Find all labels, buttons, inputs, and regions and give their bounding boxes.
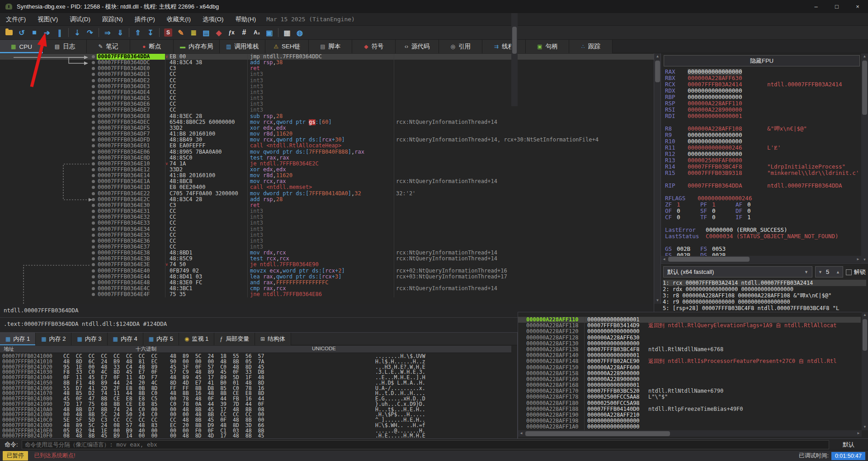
- breakpoint-dot[interactable]: [92, 192, 95, 195]
- disasm-row[interactable]: 00007FFFB0364DE848:83EC 28sub rsp,28: [0, 113, 654, 119]
- stack-panel[interactable]: 000000A228AFF1100000000000000001000000A2…: [518, 312, 868, 438]
- disasm-row[interactable]: 00007FFFB0364E1A48:8BC8mov rcx,raxrcx:Nt…: [0, 179, 654, 184]
- breakpoint-dot[interactable]: [92, 79, 95, 82]
- scrollbar-thumb[interactable]: [668, 257, 750, 262]
- disasm-row[interactable]: 00007FFFB0364E33CCint3: [0, 220, 654, 226]
- label-icon[interactable]: #: [238, 27, 250, 38]
- memory-dump-panel[interactable]: ▦内存 1▦内存 2▦内存 3▦内存 4▦内存 5◉监视 1ƒ局部变量⊞结构体 …: [0, 332, 518, 438]
- menu-item-D[interactable]: 调试(D): [64, 13, 96, 26]
- tab-call-stack[interactable]: ▥调用堆栈: [220, 40, 265, 53]
- disasm-row[interactable]: 00007FFFB0364E0D48:85C0test rax,rax: [0, 155, 654, 161]
- scroll-left-icon[interactable]: ◄: [518, 430, 524, 437]
- register-row[interactable]: R110000000000000246L'Ɇ': [665, 145, 864, 151]
- breakpoint-dot[interactable]: [92, 186, 95, 189]
- stack-row[interactable]: 000000A228AFF158000000A228900000: [518, 371, 861, 376]
- breakpoint-dot[interactable]: [92, 67, 95, 70]
- stack-row[interactable]: 000000A228AFF1300000000000000000: [518, 341, 861, 347]
- breakpoint-dot[interactable]: [92, 240, 95, 243]
- breakpoint-dot[interactable]: [92, 287, 95, 290]
- breakpoint-dot[interactable]: [92, 168, 95, 171]
- stack-scrollbar[interactable]: ▲ ▼: [862, 312, 868, 430]
- register-row[interactable]: OF0SF0DF0: [665, 208, 864, 214]
- disasm-row[interactable]: 00007FFFB0364E1233D2xor edx,edx: [0, 167, 654, 173]
- menu-item-N[interactable]: 跟踪(N): [96, 13, 129, 26]
- register-row[interactable]: ZF1PF1AF0: [665, 202, 864, 208]
- breakpoint-dot[interactable]: [92, 204, 95, 207]
- stop-icon[interactable]: ■: [28, 27, 40, 38]
- dump-tab-locals[interactable]: ƒ局部变量: [214, 333, 255, 345]
- menu-item-V[interactable]: 视图(V): [32, 13, 64, 26]
- stack-row[interactable]: 000000A228AFF178000002500FCC5AA8L"\"$": [518, 394, 861, 400]
- disasm-row[interactable]: 00007FFFB0364E10∨74 1Aje ntdll.7FFFB0364…: [0, 161, 654, 167]
- breakpoint-dot[interactable]: [92, 162, 95, 165]
- tab-source[interactable]: ‹›源代码: [396, 40, 439, 53]
- register-row[interactable]: RCX00007FFFB03A2414ntdll.00007FFFB03A241…: [665, 81, 864, 88]
- register-row[interactable]: LastStatusC0000034 (STATUS_OBJECT_NAME_N…: [665, 233, 864, 240]
- register-row[interactable]: RSP000000A228AFF110: [665, 100, 864, 107]
- argument-row[interactable]: 1: rcx 00007FFFB03A2414 ntdll.00007FFFB0…: [663, 280, 866, 286]
- breakpoint-dot[interactable]: [92, 245, 95, 249]
- disasm-row[interactable]: 00007FFFB0364E30C3ret: [0, 202, 654, 208]
- stack-row[interactable]: 000000A228AFF150000000A228AFF600: [518, 365, 861, 371]
- breakpoint-dot[interactable]: [92, 156, 95, 160]
- breakpoint-dot[interactable]: [92, 180, 95, 183]
- breakpoint-dot[interactable]: [92, 293, 95, 296]
- disasm-row[interactable]: 00007FFFB0364E4448:8D41 03lea rax,qword …: [0, 274, 654, 280]
- tab-seh[interactable]: ⚠SEH链: [265, 40, 309, 53]
- menu-item-F[interactable]: 文件(F): [0, 13, 32, 26]
- disasm-row[interactable]: 00007FFFB0364DE5CCint3: [0, 95, 654, 101]
- breakpoint-dot[interactable]: [92, 97, 95, 100]
- disasm-row[interactable]: 00007FFFB0364E4C48:3BC1cmp rax,rcxrcx:Nt…: [0, 286, 654, 292]
- command-profile-select[interactable]: 默认: [833, 441, 864, 449]
- dump-tab-memory-2[interactable]: ▦内存 2: [36, 333, 71, 345]
- tab-trace[interactable]: ∴跟踪: [569, 40, 613, 53]
- register-row[interactable]: RBP0000000000000000: [665, 94, 864, 100]
- breakpoint-dot[interactable]: [92, 103, 95, 106]
- scroll-up-icon[interactable]: ▲: [862, 312, 868, 318]
- scroll-down-icon[interactable]: ▼: [862, 424, 868, 430]
- breakpoint-dot[interactable]: [92, 55, 95, 58]
- register-row[interactable]: R8000000A228AFF108&"呷x\n€|$@": [665, 126, 864, 132]
- scroll-right-icon[interactable]: ►: [855, 430, 862, 437]
- breakpoint-dot[interactable]: [92, 234, 95, 237]
- dump-tab-watch-1[interactable]: ◉监视 1: [179, 333, 214, 345]
- register-row[interactable]: RSI000000A228900000: [665, 107, 864, 113]
- register-row[interactable]: GS002BFS0053: [665, 246, 864, 252]
- register-row[interactable]: R1400007FFFB03BC4F8"LdrpInitializeProces…: [665, 164, 864, 170]
- unlock-checkbox[interactable]: 解锁: [846, 268, 866, 276]
- breakpoint-dot[interactable]: [92, 174, 95, 177]
- breakpoint-dot[interactable]: [92, 281, 95, 284]
- tab-memory-map[interactable]: ▬内存布局: [174, 40, 220, 53]
- disasm-row[interactable]: 00007FFFB0364DEC6548:8B0C25 60000000mov …: [0, 119, 654, 125]
- breakpoint-dot[interactable]: [92, 73, 95, 76]
- calculator-icon[interactable]: ▦: [281, 27, 293, 38]
- disasm-row[interactable]: 00007FFFB0364E2C48:83C4 28add rsp,28: [0, 197, 654, 202]
- register-row[interactable]: R13000002500FAF0000: [665, 157, 864, 164]
- menu-item-O[interactable]: 选项(O): [197, 13, 230, 26]
- pause-icon[interactable]: ∥: [54, 27, 66, 38]
- patch-icon[interactable]: ▣: [264, 27, 275, 38]
- disasm-row[interactable]: 00007FFFB0364DFD48:8B49 30mov rcx,qword …: [0, 137, 654, 143]
- disasm-row[interactable]: 00007FFFB0364E400FB749 02movzx ecx,word …: [0, 268, 654, 274]
- disasm-row[interactable]: 00007FFFB0364DE6CCint3: [0, 101, 654, 107]
- register-row[interactable]: RDI0000000000000001: [665, 113, 864, 119]
- breakpoint-dot[interactable]: [92, 216, 95, 219]
- scroll-up-icon[interactable]: ▲: [654, 53, 661, 60]
- disasm-row[interactable]: 00007FFFB0364E22C705 74FF0A00 3200000mov…: [0, 191, 654, 197]
- tab-threads[interactable]: ⇉线程: [482, 40, 526, 53]
- breakpoint-dot[interactable]: [92, 108, 95, 112]
- breakpoint-dot[interactable]: [92, 132, 95, 136]
- tab-handles[interactable]: ▣句柄: [526, 40, 569, 53]
- calling-convention-select[interactable]: 默认 (x64 fastcall) ▼: [663, 266, 812, 278]
- stack-row[interactable]: 000000A228AFF1200000000000000000: [518, 329, 861, 334]
- scroll-up-icon[interactable]: ▲: [861, 53, 868, 60]
- comment-icon[interactable]: ≣: [188, 27, 199, 38]
- skip-next-icon[interactable]: ↧: [145, 27, 156, 38]
- fx-icon[interactable]: ƒx: [226, 27, 237, 38]
- spinner-up-icon[interactable]: ▲: [836, 270, 840, 274]
- register-row[interactable]: RIP00007FFFB0364DDAntdll.00007FFFB0364DD…: [665, 183, 864, 189]
- scrollbar-thumb[interactable]: [863, 319, 867, 351]
- argument-row[interactable]: 3: r8 000000A228AFF108 000000A228AFF108 …: [663, 292, 866, 299]
- stack-view-icon[interactable]: ▤: [200, 27, 212, 38]
- scroll-down-icon[interactable]: ▼: [861, 257, 868, 263]
